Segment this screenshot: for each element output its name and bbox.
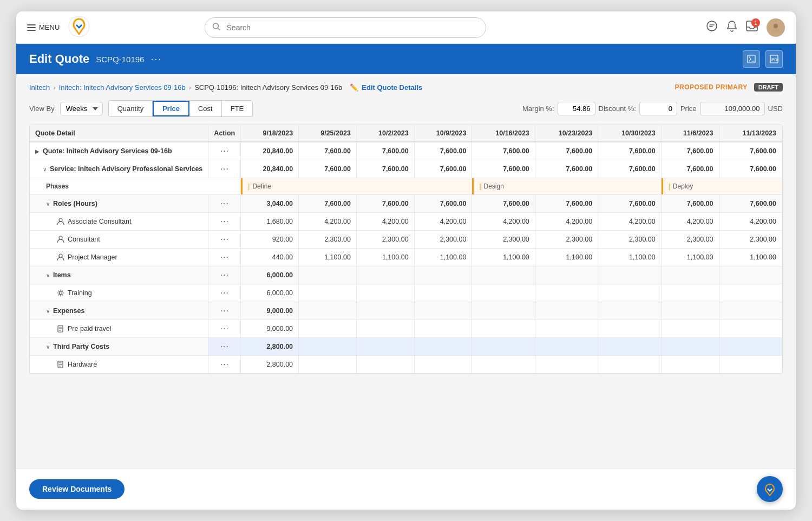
expand-button[interactable]: ∨ xyxy=(46,201,50,207)
tab-fte[interactable]: FTE xyxy=(222,101,253,116)
row-name: Associate Consultant xyxy=(30,213,208,231)
review-documents-button[interactable]: Review Documents xyxy=(29,479,125,499)
export-pdf-button[interactable]: PDF xyxy=(765,50,783,68)
price-display: 109,000.00 xyxy=(700,102,765,115)
chat-button[interactable] xyxy=(706,20,718,35)
expand-button[interactable]: ∨ xyxy=(46,344,50,350)
svg-text:PDF: PDF xyxy=(771,57,778,62)
nav-actions: 1 xyxy=(706,18,785,37)
menu-label: MENU xyxy=(39,23,60,31)
view-controls: View By Weeks Days Months Quantity Price… xyxy=(29,100,783,117)
notifications-button[interactable] xyxy=(726,20,737,35)
workday-fab[interactable] xyxy=(757,476,783,502)
table-row: ▶ Quote: Initech Advisory Services 09-16… xyxy=(30,142,782,160)
margin-label: Margin %: xyxy=(522,105,554,113)
table-row: Project Manager ··· 440.00 1,100.00 1,10… xyxy=(30,249,782,266)
logo[interactable] xyxy=(68,16,90,39)
row-name: ∨ Items xyxy=(30,266,208,284)
breadcrumb-current: SCPQ-10196: Initech Advisory Services 09… xyxy=(194,83,342,92)
view-by-select[interactable]: Weeks Days Months xyxy=(60,102,103,115)
person-icon xyxy=(57,253,64,261)
col-header-date9: 11/13/2023 xyxy=(719,125,782,142)
table-row: Consultant ··· 920.00 2,300.00 2,300.00 … xyxy=(30,231,782,249)
tab-price[interactable]: Price xyxy=(153,101,189,116)
tab-cost[interactable]: Cost xyxy=(189,101,222,116)
discount-input[interactable] xyxy=(639,102,677,115)
breadcrumb-advisory[interactable]: Initech: Initech Advisory Services 09-16… xyxy=(59,83,186,92)
col-header-action: Action xyxy=(208,125,241,142)
row-name: ∨ Third Party Costs xyxy=(30,338,208,356)
col-header-detail: Quote Detail xyxy=(30,125,208,142)
search-bar xyxy=(205,17,486,38)
svg-point-5 xyxy=(774,24,778,28)
action-menu-button[interactable]: ··· xyxy=(220,164,229,174)
action-menu-button[interactable]: ··· xyxy=(220,288,229,298)
row-name: ▶ Quote: Initech Advisory Services 09-16… xyxy=(30,142,208,160)
table-row: Training ··· 6,000.00 xyxy=(30,284,782,302)
avatar[interactable] xyxy=(767,18,785,37)
edit-pencil-icon: ✏️ xyxy=(350,83,358,92)
expand-button[interactable]: ∨ xyxy=(46,308,50,314)
table-row: ∨ Items ··· 6,000.00 xyxy=(30,266,782,284)
row-name: Training xyxy=(30,284,208,302)
col-header-date3: 10/2/2023 xyxy=(356,125,414,142)
person-icon xyxy=(57,218,64,225)
bottom-bar: Review Documents xyxy=(16,468,796,510)
quote-table: Quote Detail Action 9/18/2023 9/25/2023 … xyxy=(30,125,782,374)
search-input[interactable] xyxy=(205,17,486,38)
edit-quote-details-link[interactable]: Edit Quote Details xyxy=(362,83,422,92)
action-menu-button[interactable]: ··· xyxy=(220,306,229,316)
action-menu-button[interactable]: ··· xyxy=(220,146,229,156)
margin-input[interactable] xyxy=(558,102,595,115)
price-label: Price xyxy=(680,105,697,113)
action-menu-button[interactable]: ··· xyxy=(220,217,229,226)
inbox-button[interactable]: 1 xyxy=(746,21,758,34)
svg-rect-6 xyxy=(748,55,755,63)
menu-button[interactable]: MENU xyxy=(27,23,60,31)
svg-line-2 xyxy=(218,28,220,30)
search-icon xyxy=(212,22,221,32)
page-title: Edit Quote xyxy=(29,52,89,66)
row-name: ∨ Expenses xyxy=(30,302,208,320)
expand-button[interactable]: ∨ xyxy=(46,272,50,278)
svg-point-9 xyxy=(59,218,62,222)
row-name: Pre paid travel xyxy=(30,320,208,338)
proposed-badge: PROPOSED PRIMARY xyxy=(675,83,747,91)
col-header-date1: 9/18/2023 xyxy=(241,125,299,142)
action-menu-button[interactable]: ··· xyxy=(220,324,229,334)
breadcrumb-initech[interactable]: Initech xyxy=(29,83,50,92)
export-excel-button[interactable] xyxy=(743,50,760,68)
table-row: ∨ Expenses ··· 9,000.00 xyxy=(30,302,782,320)
view-tab-group: Quantity Price Cost FTE xyxy=(108,100,253,117)
table-header-row: Quote Detail Action 9/18/2023 9/25/2023 … xyxy=(30,125,782,142)
col-header-date7: 10/30/2023 xyxy=(598,125,661,142)
action-menu-button[interactable]: ··· xyxy=(220,270,229,280)
more-options-button[interactable]: ··· xyxy=(150,54,162,65)
row-name: ∨ Service: Initech Advisory Professional… xyxy=(30,160,208,178)
row-name: Project Manager xyxy=(30,249,208,266)
inbox-badge: 1 xyxy=(751,18,760,27)
document-icon xyxy=(57,325,64,333)
table-row: Hardware ··· 2,800.00 xyxy=(30,356,782,374)
table-row: ∨ Third Party Costs ··· 2,800.00 xyxy=(30,338,782,356)
col-header-date8: 11/6/2023 xyxy=(661,125,719,142)
quote-table-wrap: Quote Detail Action 9/18/2023 9/25/2023 … xyxy=(29,125,783,374)
view-by-label: View By xyxy=(29,105,55,113)
expand-button[interactable]: ▶ xyxy=(35,148,40,154)
person-icon xyxy=(57,236,64,243)
page-header: Edit Quote SCPQ-10196 ··· PDF xyxy=(16,44,796,74)
discount-label: Discount %: xyxy=(599,105,636,113)
action-menu-button[interactable]: ··· xyxy=(220,252,229,262)
action-menu-button[interactable]: ··· xyxy=(220,360,229,369)
action-menu-button[interactable]: ··· xyxy=(220,342,229,351)
action-menu-button[interactable]: ··· xyxy=(220,235,229,244)
tab-quantity[interactable]: Quantity xyxy=(109,101,153,116)
content-area: Initech › Initech: Initech Advisory Serv… xyxy=(16,74,796,468)
svg-point-11 xyxy=(59,254,62,257)
document-icon xyxy=(57,361,64,368)
col-header-date6: 10/23/2023 xyxy=(535,125,598,142)
action-menu-button[interactable]: ··· xyxy=(220,199,229,209)
expand-button[interactable]: ∨ xyxy=(43,166,47,172)
row-name: ∨ Roles (Hours) xyxy=(30,195,208,213)
row-name: Hardware xyxy=(30,356,208,374)
